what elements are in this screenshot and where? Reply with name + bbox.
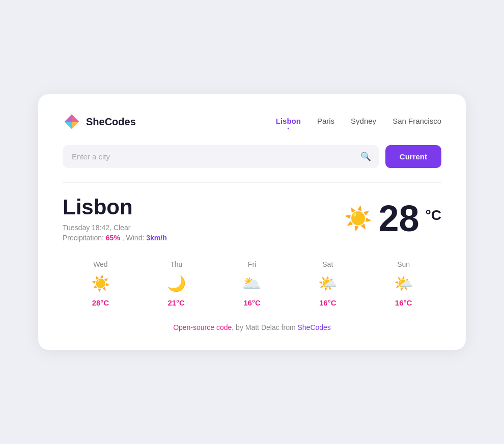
current-button[interactable]: Current bbox=[385, 145, 441, 168]
forecast-temp-4: 16°C bbox=[395, 298, 412, 307]
forecast-day-sun: Sun 🌤️ 16°C bbox=[366, 260, 441, 307]
footer-link-shecodes[interactable]: SheCodes bbox=[297, 323, 330, 331]
wind-label: Wind: bbox=[126, 234, 145, 242]
forecast-day-label-4: Sun bbox=[397, 260, 410, 268]
svg-marker-1 bbox=[65, 115, 72, 122]
forecast-day-label-0: Wed bbox=[93, 260, 108, 268]
footer: Open-source code, by Matt Delac from She… bbox=[63, 323, 441, 331]
nav-item-lisbon[interactable]: Lisbon bbox=[276, 117, 301, 127]
divider bbox=[63, 182, 441, 183]
search-icon: 🔍 bbox=[360, 151, 371, 162]
main-card: SheCodes Lisbon Paris Sydney San Francis… bbox=[38, 94, 466, 350]
forecast-temp-2: 16°C bbox=[243, 298, 261, 307]
forecast-icon-0: ☀️ bbox=[91, 274, 110, 292]
city-name: Lisbon bbox=[63, 195, 167, 219]
forecast-icon-3: 🌤️ bbox=[318, 274, 337, 292]
logo-icon bbox=[63, 113, 81, 131]
nav-item-sydney[interactable]: Sydney bbox=[351, 117, 376, 127]
forecast-day-label-2: Fri bbox=[248, 260, 256, 268]
svg-marker-2 bbox=[65, 122, 72, 129]
footer-link-opensource[interactable]: Open-source code bbox=[173, 323, 232, 331]
logo-text: SheCodes bbox=[86, 116, 136, 128]
forecast-temp-1: 21°C bbox=[167, 298, 185, 307]
search-row: 🔍 Current bbox=[63, 145, 441, 168]
svg-marker-3 bbox=[72, 122, 79, 129]
forecast-temp-0: 28°C bbox=[92, 298, 109, 307]
weather-info: Lisbon Tuesday 18:42, Clear Precipitatio… bbox=[63, 195, 167, 242]
search-wrapper: 🔍 bbox=[63, 145, 379, 168]
forecast-day-sat: Sat 🌤️ 16°C bbox=[290, 260, 366, 307]
weather-desc: Tuesday 18:42, Clear bbox=[63, 224, 167, 232]
weather-main: Lisbon Tuesday 18:42, Clear Precipitatio… bbox=[63, 195, 441, 242]
nav-item-paris[interactable]: Paris bbox=[317, 117, 334, 127]
forecast-temp-3: 16°C bbox=[319, 298, 337, 307]
forecast-day-label-1: Thu bbox=[170, 260, 182, 268]
temperature-value: 28 bbox=[378, 200, 419, 237]
svg-marker-0 bbox=[72, 115, 79, 122]
forecast-icon-1: 🌙 bbox=[167, 274, 186, 292]
wind-value: 3km/h bbox=[146, 234, 166, 242]
footer-text-from: from bbox=[279, 323, 298, 331]
forecast-day-label-3: Sat bbox=[322, 260, 333, 268]
forecast-day-wed: Wed ☀️ 28°C bbox=[63, 260, 138, 307]
logo: SheCodes bbox=[63, 113, 136, 131]
current-weather-icon: ☀️ bbox=[344, 205, 372, 232]
forecast: Wed ☀️ 28°C Thu 🌙 21°C Fri 🌥️ 16°C Sat 🌤… bbox=[63, 260, 441, 307]
forecast-day-fri: Fri 🌥️ 16°C bbox=[214, 260, 290, 307]
navigation: Lisbon Paris Sydney San Francisco bbox=[276, 117, 441, 127]
weather-meta: Precipitation: 65% , Wind: 3km/h bbox=[63, 234, 167, 242]
search-input[interactable] bbox=[63, 145, 379, 168]
precipitation-value: 65% bbox=[106, 234, 120, 242]
footer-author: Matt Delac bbox=[245, 323, 279, 331]
forecast-day-thu: Thu 🌙 21°C bbox=[138, 260, 214, 307]
precipitation-label: Precipitation: bbox=[63, 234, 104, 242]
header: SheCodes Lisbon Paris Sydney San Francis… bbox=[63, 113, 441, 131]
temperature-display: ☀️ 28 °C bbox=[344, 200, 441, 237]
footer-text-by: , by bbox=[232, 323, 245, 331]
temperature-unit: °C bbox=[426, 207, 441, 224]
forecast-icon-2: 🌥️ bbox=[242, 274, 261, 292]
nav-item-san-francisco[interactable]: San Francisco bbox=[393, 117, 441, 127]
forecast-icon-4: 🌤️ bbox=[394, 274, 413, 292]
